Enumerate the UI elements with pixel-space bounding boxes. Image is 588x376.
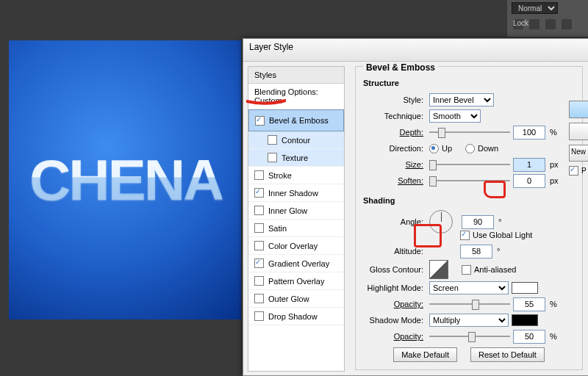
lock-label: Lock: bbox=[513, 19, 523, 29]
style-item-outer-glow[interactable]: Outer Glow bbox=[248, 290, 344, 308]
style-item-label: Outer Glow bbox=[268, 294, 309, 303]
style-item-stroke[interactable]: Stroke bbox=[248, 167, 344, 184]
ok-button[interactable] bbox=[569, 101, 588, 118]
style-item-label: Inner Shadow bbox=[268, 189, 318, 198]
style-item-label: Contour bbox=[282, 136, 310, 145]
style-item-label: Color Overlay bbox=[268, 242, 318, 250]
style-item-gradient-overlay[interactable]: Gradient Overlay bbox=[248, 255, 344, 272]
soften-label[interactable]: Soften: bbox=[363, 176, 426, 185]
lock-icons-row: Lock: bbox=[507, 16, 588, 32]
bevel-emboss-group: Bevel & Emboss Structure Style: Inner Be… bbox=[355, 66, 583, 370]
style-item-label: Bevel & Emboss bbox=[269, 116, 329, 125]
style-item-bevel-emboss[interactable]: Bevel & Emboss bbox=[248, 109, 344, 131]
soften-input[interactable] bbox=[513, 174, 545, 188]
styles-header[interactable]: Styles bbox=[248, 67, 344, 84]
style-checkbox[interactable] bbox=[268, 135, 277, 145]
shading-heading: Shading bbox=[363, 196, 575, 205]
depth-input[interactable] bbox=[513, 126, 545, 140]
depth-label[interactable]: Depth: bbox=[363, 128, 426, 137]
highlight-opacity-slider[interactable] bbox=[429, 299, 510, 309]
lock-position-icon[interactable] bbox=[545, 19, 556, 29]
size-unit: px bbox=[548, 160, 559, 169]
document-canvas: CHENA bbox=[9, 40, 241, 319]
angle-input[interactable] bbox=[462, 215, 494, 229]
angle-deg: ° bbox=[497, 217, 501, 226]
style-checkbox[interactable] bbox=[254, 276, 264, 286]
style-checkbox[interactable] bbox=[254, 223, 264, 233]
shadow-opacity-input[interactable] bbox=[513, 330, 545, 344]
style-item-inner-glow[interactable]: Inner Glow bbox=[248, 202, 344, 220]
style-item-drop-shadow[interactable]: Drop Shadow bbox=[248, 308, 344, 325]
group-title: Bevel & Emboss bbox=[363, 62, 438, 73]
blending-options-item[interactable]: Blending Options: Custom bbox=[248, 84, 344, 109]
style-item-label: Stroke bbox=[268, 171, 292, 180]
highlight-mode-label: Highlight Mode: bbox=[363, 283, 426, 292]
style-checkbox[interactable] bbox=[254, 294, 264, 303]
shadow-opacity-label[interactable]: Opacity: bbox=[363, 332, 426, 341]
style-item-pattern-overlay[interactable]: Pattern Overlay bbox=[248, 272, 344, 290]
technique-label: Technique: bbox=[363, 112, 426, 120]
size-input[interactable] bbox=[513, 158, 545, 172]
soften-slider[interactable] bbox=[429, 176, 510, 186]
styles-sidebar: Styles Blending Options: Custom Bevel & … bbox=[248, 66, 345, 372]
blend-mode-select[interactable]: Normal bbox=[512, 2, 558, 14]
cancel-button[interactable] bbox=[569, 123, 588, 140]
dialog-title[interactable]: Layer Style bbox=[243, 39, 588, 62]
make-default-button[interactable]: Make Default bbox=[393, 347, 457, 362]
reset-default-button[interactable]: Reset to Default bbox=[470, 347, 545, 362]
shadow-color-swatch[interactable] bbox=[512, 314, 538, 326]
direction-label: Direction: bbox=[363, 144, 426, 153]
altitude-deg: ° bbox=[495, 247, 500, 256]
style-select[interactable]: Inner Bevel bbox=[429, 93, 494, 106]
angle-dial[interactable] bbox=[429, 210, 453, 234]
shadow-mode-select[interactable]: Multiply bbox=[429, 314, 509, 327]
layer-style-dialog: Layer Style Styles Blending Options: Cus… bbox=[243, 38, 588, 376]
style-item-color-overlay[interactable]: Color Overlay bbox=[248, 237, 344, 255]
shadow-opacity-slider[interactable] bbox=[429, 331, 510, 341]
style-checkbox[interactable] bbox=[254, 206, 264, 215]
lock-pixels-icon[interactable] bbox=[529, 19, 539, 29]
altitude-input[interactable] bbox=[460, 245, 492, 258]
style-label: Style: bbox=[363, 95, 426, 104]
technique-select[interactable]: Smooth bbox=[429, 109, 481, 123]
up-label: Up bbox=[442, 144, 452, 153]
style-checkbox[interactable] bbox=[254, 241, 264, 250]
preview-checkbox[interactable] bbox=[569, 166, 578, 176]
highlight-color-swatch[interactable] bbox=[512, 282, 538, 294]
app-root: Normal Lock: CHENA Layer Style Styles Bl… bbox=[0, 0, 588, 376]
style-checkbox[interactable] bbox=[255, 116, 265, 126]
global-light-label: Use Global Light bbox=[473, 231, 532, 239]
shadow-mode-label: Shadow Mode: bbox=[363, 316, 426, 325]
antialiased-checkbox[interactable] bbox=[462, 265, 471, 275]
style-checkbox[interactable] bbox=[268, 153, 277, 162]
highlight-mode-select[interactable]: Screen bbox=[429, 281, 509, 294]
direction-up-radio[interactable] bbox=[429, 144, 439, 153]
depth-slider[interactable] bbox=[429, 127, 510, 137]
style-item-label: Inner Glow bbox=[268, 206, 307, 215]
highlight-opacity-label[interactable]: Opacity: bbox=[363, 300, 426, 308]
preview-label: P bbox=[581, 167, 587, 175]
style-item-contour[interactable]: Contour bbox=[248, 131, 344, 149]
size-label[interactable]: Size: bbox=[363, 160, 426, 169]
global-light-checkbox[interactable] bbox=[460, 231, 470, 240]
style-checkbox[interactable] bbox=[254, 170, 264, 180]
style-item-label: Drop Shadow bbox=[268, 312, 318, 321]
new-style-button[interactable]: New bbox=[569, 145, 588, 162]
direction-down-radio[interactable] bbox=[465, 144, 475, 153]
artwork: CHENA bbox=[9, 40, 241, 319]
style-checkbox[interactable] bbox=[254, 258, 264, 268]
style-item-inner-shadow[interactable]: Inner Shadow bbox=[248, 184, 344, 202]
highlight-opacity-input[interactable] bbox=[513, 297, 545, 311]
soften-unit: px bbox=[548, 176, 559, 185]
style-item-satin[interactable]: Satin bbox=[248, 220, 344, 237]
settings-panel: Bevel & Emboss Structure Style: Inner Be… bbox=[349, 62, 588, 376]
size-slider[interactable] bbox=[429, 159, 510, 170]
style-item-texture[interactable]: Texture bbox=[248, 149, 344, 167]
style-checkbox[interactable] bbox=[254, 188, 264, 198]
lock-all-icon[interactable] bbox=[562, 19, 572, 29]
style-item-label: Pattern Overlay bbox=[268, 277, 324, 286]
style-checkbox[interactable] bbox=[254, 311, 264, 321]
angle-label: Angle: bbox=[363, 217, 426, 226]
gloss-contour-picker[interactable] bbox=[429, 260, 448, 279]
structure-heading: Structure bbox=[363, 79, 575, 87]
